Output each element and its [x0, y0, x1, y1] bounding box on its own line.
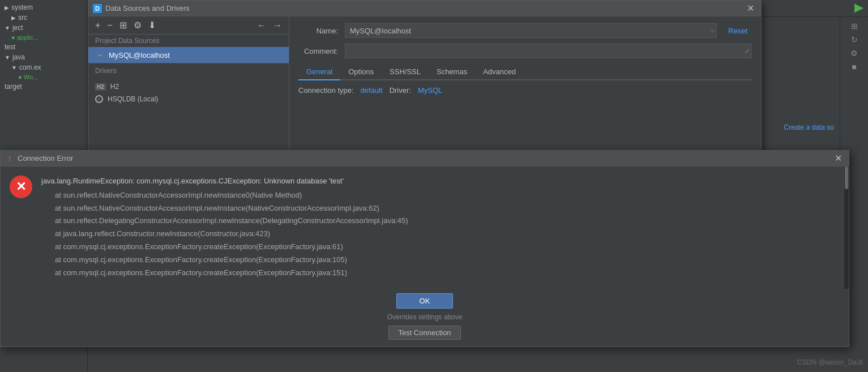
h2-driver-item[interactable]: H2 H2 [88, 80, 289, 93]
tab-schemas[interactable]: Schemas [429, 64, 475, 80]
strip-icon-3[interactable]: ⚙ [850, 49, 858, 58]
driver-label: Driver: [390, 86, 411, 95]
tree-item-target[interactable]: target [0, 82, 87, 92]
mysql-icon: ⌁ [95, 50, 104, 59]
error-main-message: java.lang.RuntimeException: com.mysql.cj… [41, 176, 835, 187]
import-datasource-button[interactable]: ⬇ [146, 19, 158, 32]
hsqldb-driver-item[interactable]: ○ HSQLDB (Local) [88, 93, 289, 105]
name-input[interactable] [345, 23, 717, 38]
error-icon-large: ✕ [10, 176, 32, 198]
run-button-icon[interactable] [854, 4, 863, 13]
error-dialog-icon: ! [5, 154, 14, 163]
test-connection-button[interactable]: Test Connection [388, 326, 460, 340]
driver-items-list: H2 H2 ○ HSQLDB (Local) [88, 78, 289, 108]
stack-line-4: at java.lang.reflect.Constructor.newInst… [55, 228, 835, 240]
datasources-right-panel: Name: ○ Reset Comment: ⤢ General Options [289, 16, 761, 158]
datasources-toolbar: + − ⊞ ⚙ ⬇ ← → [88, 16, 289, 35]
error-title-bar: ! Connection Error ✕ [1, 151, 849, 166]
hsqldb-icon: ○ [95, 95, 103, 103]
hsqldb-driver-label: HSQLDB (Local) [108, 95, 158, 103]
tab-general[interactable]: General [298, 64, 340, 80]
tree-item-comex[interactable]: ▼com.ex [0, 62, 87, 72]
arrow-left-button[interactable]: ← [255, 19, 268, 32]
add-datasource-button[interactable]: + [93, 19, 102, 32]
name-label: Name: [298, 27, 338, 35]
tab-ssh-ssl[interactable]: SSH/SSL [382, 64, 429, 80]
tab-options[interactable]: Options [340, 64, 382, 80]
error-body: ✕ java.lang.RuntimeException: com.mysql.… [1, 166, 844, 289]
stack-line-7: at com.mysql.cj.exceptions.ExceptionFact… [55, 267, 835, 279]
error-close-button[interactable]: ✕ [832, 153, 844, 164]
ide-right-strip: ⊞ ↻ ⚙ ■ [840, 17, 868, 159]
datasources-dialog-body: + − ⊞ ⚙ ⬇ ← → Project Data Sources ⌁ MyS… [88, 16, 761, 158]
settings-datasource-button[interactable]: ⚙ [131, 19, 144, 32]
tree-item-test[interactable]: test [0, 42, 87, 52]
h2-driver-label: H2 [110, 83, 119, 91]
driver-value[interactable]: MySQL [418, 86, 442, 95]
tree-item-ject[interactable]: ▼ject [0, 23, 87, 33]
strip-icon-1[interactable]: ⊞ [851, 22, 858, 31]
ok-button[interactable]: OK [396, 293, 454, 309]
stack-line-1: at sun.reflect.NativeConstructorAccessor… [55, 190, 835, 202]
remove-datasource-button[interactable]: − [105, 19, 114, 32]
error-text-block: java.lang.RuntimeException: com.mysql.cj… [41, 176, 835, 280]
datasources-left-panel: + − ⊞ ⚙ ⬇ ← → Project Data Sources ⌁ MyS… [88, 16, 289, 158]
connection-error-dialog: ! Connection Error ✕ ✕ java.lang.Runtime… [0, 150, 849, 347]
copy-datasource-button[interactable]: ⊞ [117, 19, 129, 32]
error-scrollbar-thumb [845, 166, 848, 189]
tree-item-applic[interactable]: ● applic... [0, 33, 87, 42]
error-title-text: Connection Error [18, 154, 832, 163]
stack-line-5: at com.mysql.cj.exceptions.ExceptionFact… [55, 241, 835, 253]
tree-item-wo[interactable]: ● Wo... [0, 72, 87, 82]
reset-button[interactable]: Reset [724, 27, 752, 35]
mysql-localhost-item[interactable]: ⌁ MySQL@localhost [88, 47, 289, 63]
dialog-datasources: D Data Sources and Drivers ✕ + − ⊞ ⚙ ⬇ ←… [88, 0, 762, 159]
arrow-right-button[interactable]: → [271, 19, 284, 32]
strip-icon-2[interactable]: ↻ [851, 35, 858, 44]
datasources-tabs: General Options SSH/SSL Schemas Advanced [298, 64, 752, 80]
csdn-watermark: CSDN @weixin_Da冰 [797, 358, 863, 367]
comment-expand-icon: ⤢ [745, 48, 750, 55]
comment-input-wrapper: ⤢ [345, 44, 752, 58]
strip-icon-4[interactable]: ■ [852, 62, 856, 71]
error-body-wrapper: ✕ java.lang.RuntimeException: com.mysql.… [1, 166, 849, 289]
error-scrollbar[interactable] [844, 166, 849, 289]
datasources-title-text: Data Sources and Drivers [105, 4, 745, 12]
comment-label: Comment: [298, 47, 338, 55]
h2-badge-icon: H2 [95, 83, 106, 91]
overrides-text: Overrides settings above [387, 313, 463, 321]
error-stack-trace: at sun.reflect.NativeConstructorAccessor… [41, 190, 835, 279]
tab-advanced[interactable]: Advanced [475, 64, 524, 80]
name-input-wrapper: ○ [345, 23, 717, 38]
comment-row: Comment: ⤢ [298, 44, 752, 58]
comment-input[interactable] [345, 44, 752, 58]
drivers-header: Drivers [88, 63, 289, 78]
error-footer: OK Overrides settings above Test Connect… [1, 289, 849, 347]
error-icon-small: ! [8, 154, 11, 163]
create-datasource-link[interactable]: Create a data so [784, 123, 834, 131]
name-row: Name: ○ Reset [298, 23, 752, 38]
stack-line-3: at sun.reflect.DelegatingConstructorAcce… [55, 215, 835, 227]
tree-item-src[interactable]: ▶src [0, 12, 87, 23]
connection-type-row: Connection type: default Driver: MySQL [298, 86, 752, 95]
tree-item-system[interactable]: ▶system [0, 2, 87, 12]
project-datasources-header: Project Data Sources [88, 35, 289, 47]
datasources-close-button[interactable]: ✕ [745, 3, 756, 14]
mysql-localhost-label: MySQL@localhost [109, 51, 170, 59]
connection-type-label: Connection type: [298, 86, 354, 95]
datasources-dialog-icon: D [93, 4, 102, 13]
tree-item-java[interactable]: ▼java [0, 52, 87, 62]
stack-line-6: at com.mysql.cj.exceptions.ExceptionFact… [55, 254, 835, 266]
error-x-icon: ✕ [16, 179, 26, 194]
connection-type-value[interactable]: default [361, 86, 383, 95]
name-expand-icon: ○ [711, 27, 715, 34]
stack-line-2: at sun.reflect.NativeConstructorAccessor… [55, 203, 835, 215]
datasources-title-bar: D Data Sources and Drivers ✕ [88, 1, 761, 16]
